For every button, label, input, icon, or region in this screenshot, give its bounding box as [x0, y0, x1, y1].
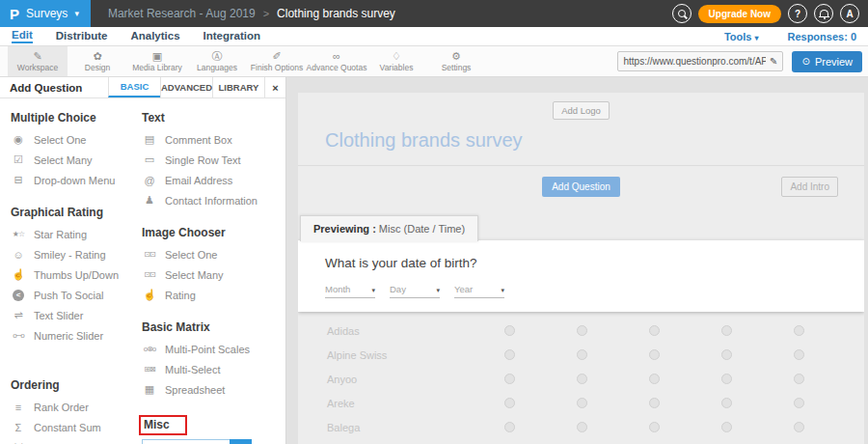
tool-design[interactable]: ✿ Design	[68, 46, 127, 76]
tool-workspace[interactable]: ✎ Workspace	[8, 46, 68, 76]
matrix-radio[interactable]	[504, 349, 515, 360]
matrix-radio[interactable]	[794, 325, 804, 336]
matrix-radio[interactable]	[577, 349, 587, 360]
tool-settings[interactable]: ⚙ Settings	[426, 46, 486, 76]
matrix-cell	[618, 325, 691, 336]
avatar[interactable]: A	[840, 4, 859, 23]
notifications-button[interactable]	[814, 4, 833, 23]
qt-thumbs-up-down[interactable]: ☝ Thumbs Up/Down	[11, 264, 142, 285]
qt-contact-information[interactable]: ♟ Contact Information	[142, 190, 285, 210]
qt-rank-order[interactable]: ≡ Rank Order	[11, 397, 142, 417]
nav-tab-edit[interactable]: Edit	[12, 29, 33, 43]
upgrade-now-button[interactable]: Upgrade Now	[698, 5, 781, 23]
tool-finish-options[interactable]: ✐ Finish Options	[247, 46, 307, 76]
matrix-radio[interactable]	[649, 325, 660, 336]
page-body: Add Question BASIC ADVANCED LIBRARY × Mu…	[0, 77, 868, 444]
qt-multi-select[interactable]: ⊞⊠ Multi-Select	[142, 359, 285, 379]
qt-image-select-one[interactable]: ⊡⊡ Select One	[142, 244, 285, 264]
matrix-radio[interactable]	[721, 349, 732, 360]
qt-drag-and-drop[interactable]: ⇲ Drag and Drop	[11, 437, 142, 444]
tool-media-library[interactable]: ▣ Media Library	[127, 46, 187, 76]
qt-multi-point-scales[interactable]: o⊗o Multi-Point Scales	[142, 339, 285, 359]
add-intro-button[interactable]: Add Intro	[781, 177, 838, 197]
close-icon[interactable]: ×	[264, 77, 285, 97]
qt-push-to-social[interactable]: < Push To Social	[11, 285, 142, 305]
topbar: P Surveys ▾ Market Research - Aug 2019 >…	[0, 0, 868, 27]
matrix-radio[interactable]	[504, 374, 515, 384]
nav-tab-analytics[interactable]: Analytics	[130, 30, 179, 42]
table-row: Alpine Swiss	[298, 343, 864, 367]
ordered-list-icon: ≡	[11, 402, 26, 413]
matrix-radio[interactable]	[504, 422, 515, 432]
breadcrumb-parent[interactable]: Market Research - Aug 2019	[108, 7, 256, 20]
search-button[interactable]	[672, 4, 692, 23]
matrix-radio[interactable]	[649, 398, 660, 408]
qt-image-rating[interactable]: ☝ Rating	[142, 285, 285, 305]
qt-numeric-slider[interactable]: o─o Numeric Slider	[11, 325, 142, 346]
matrix-radio[interactable]	[794, 349, 804, 360]
section-heading: Graphical Rating	[11, 206, 142, 219]
edit-url-icon[interactable]: ✎	[770, 56, 777, 67]
tool-variables[interactable]: ♢ Variables	[366, 46, 426, 76]
app-window: P Surveys ▾ Market Research - Aug 2019 >…	[0, 0, 868, 444]
matrix-radio[interactable]	[577, 422, 587, 432]
nav-tab-integration[interactable]: Integration	[203, 30, 260, 42]
tool-advance-quotas[interactable]: ∞ Advance Quotas	[307, 46, 366, 76]
matrix-radio[interactable]	[794, 398, 804, 408]
matrix-radio[interactable]	[577, 398, 587, 408]
qt-comment-box[interactable]: ▤ Comment Box	[142, 129, 285, 150]
matrix-radio[interactable]	[721, 422, 732, 432]
qt-smiley-rating[interactable]: ☺ Smiley - Rating	[11, 244, 142, 264]
brand-matrix: Adidas Alpine Swiss Anyoo Areke	[298, 312, 864, 444]
add-date-time-button[interactable]: +	[230, 439, 252, 444]
tab-advanced[interactable]: ADVANCED	[160, 77, 212, 97]
tab-basic[interactable]: BASIC	[108, 77, 160, 97]
tab-library[interactable]: LIBRARY	[212, 77, 264, 97]
matrix-radio[interactable]	[721, 325, 732, 336]
matrix-radio[interactable]	[649, 349, 660, 360]
matrix-radio[interactable]	[721, 374, 732, 384]
matrix-radio[interactable]	[721, 398, 732, 408]
slider-icon: ⇌	[11, 309, 26, 321]
matrix-cell	[474, 325, 546, 336]
qt-constant-sum[interactable]: Σ Constant Sum	[11, 417, 142, 437]
qt-text-slider[interactable]: ⇌ Text Slider	[11, 305, 142, 325]
section-heading: Misc	[139, 415, 187, 435]
matrix-radio[interactable]	[794, 374, 804, 384]
qt-image-select-many[interactable]: ⊡⊡ Select Many	[142, 264, 285, 285]
qt-star-rating[interactable]: ★☆ Star Rating	[11, 224, 142, 244]
responses-link[interactable]: Responses: 0	[787, 31, 856, 42]
qt-spreadsheet[interactable]: ▦ Spreadsheet	[142, 379, 285, 400]
qt-select-many[interactable]: ☑ Select Many	[11, 150, 142, 170]
matrix-radio[interactable]	[504, 325, 515, 336]
matrix-radio[interactable]	[794, 422, 804, 432]
tool-languages[interactable]: Ⓐ Languages	[187, 46, 247, 76]
row-label: Alpine Swiss	[298, 349, 474, 361]
tools-menu[interactable]: Tools ▾	[724, 31, 759, 42]
preview-button[interactable]: ⊙ Preview	[792, 51, 862, 72]
breadcrumb-separator: >	[263, 8, 269, 19]
matrix-radio[interactable]	[577, 374, 587, 384]
survey-title[interactable]: Clothing brands survey	[298, 129, 864, 166]
help-button[interactable]: ?	[788, 4, 807, 23]
survey-url-input[interactable]	[623, 56, 766, 67]
matrix-radio[interactable]	[577, 325, 587, 336]
qt-email-address[interactable]: @ Email Address	[142, 170, 285, 190]
add-logo-button[interactable]: Add Logo	[553, 101, 610, 120]
add-question-button[interactable]: Add Question	[542, 177, 620, 197]
matrix-radio[interactable]	[649, 374, 660, 384]
panel-header: Add Question BASIC ADVANCED LIBRARY ×	[0, 77, 285, 98]
qt-date-time[interactable]: ▤ Date / Time +	[142, 439, 252, 444]
matrix-radio[interactable]	[504, 398, 515, 408]
topbar-actions: Upgrade Now ? A	[672, 4, 868, 23]
month-dropdown[interactable]: Month ▾	[325, 284, 375, 298]
qt-dropdown-menu[interactable]: ⊟ Drop-down Menu	[11, 170, 142, 190]
year-dropdown[interactable]: Year ▾	[454, 284, 504, 298]
product-menu[interactable]: P Surveys ▾	[0, 0, 91, 27]
qt-select-one[interactable]: ◉ Select One	[11, 129, 142, 150]
qt-single-row-text[interactable]: ▭ Single Row Text	[142, 150, 285, 170]
day-dropdown[interactable]: Day ▾	[390, 284, 440, 298]
matrix-radio[interactable]	[649, 422, 660, 432]
eye-icon: ⊙	[801, 56, 809, 67]
nav-tab-distribute[interactable]: Distribute	[56, 30, 108, 42]
